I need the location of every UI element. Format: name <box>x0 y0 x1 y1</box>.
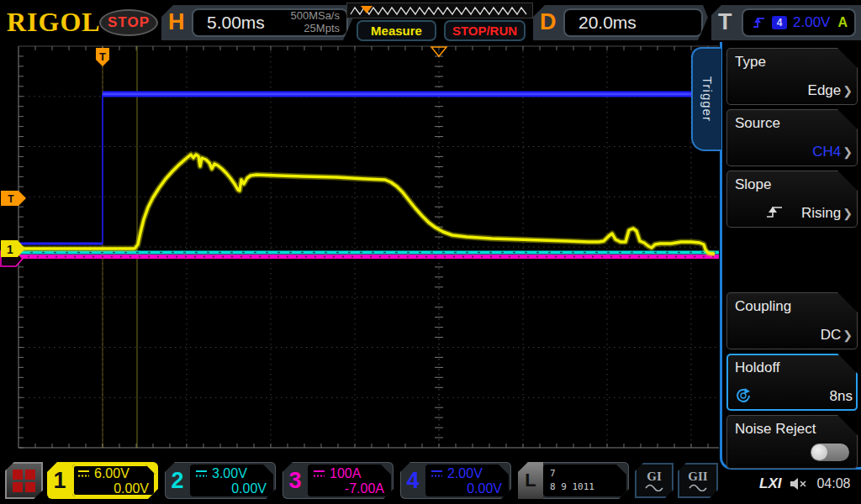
trigger-mode-auto: A <box>837 15 848 30</box>
dc-coupling-icon <box>195 470 208 478</box>
multifunction-knob-icon <box>735 387 753 404</box>
type-value: Edge <box>808 82 842 99</box>
channel1-offset: 0.00V <box>77 481 149 496</box>
trigger-menu: Type Edge❯ Source CH4❯ Slope Rising❯ Cou… <box>720 42 861 470</box>
menu-item-coupling[interactable]: Coupling DC❯ <box>726 292 858 349</box>
ch4-trace <box>18 94 717 244</box>
chevron-right-icon: ❯ <box>843 145 853 159</box>
menu-item-source[interactable]: Source CH4❯ <box>726 109 858 166</box>
generator1-label: GI <box>647 470 662 484</box>
noise-reject-label: Noise Reject <box>735 421 816 438</box>
sine-wave-icon <box>645 484 663 491</box>
channel3-scale: 100A <box>330 466 361 481</box>
zigzag-waveform-icon <box>347 3 532 18</box>
channel3-box[interactable]: 3 100A -7.00A <box>283 462 394 499</box>
generator1-button[interactable]: GI <box>635 463 673 498</box>
run-state-badge: STOP <box>99 9 158 36</box>
holdoff-value: 8ns <box>830 388 853 405</box>
oscilloscope-screen: RIGOL STOP H 5.00ms 500MSa/s 25Mpts Meas… <box>0 0 861 504</box>
trigger-level-value: 2.00V <box>793 14 830 31</box>
holdoff-label: Holdoff <box>735 360 780 376</box>
acquisition-info: 500MSa/s 25Mpts <box>290 10 346 35</box>
source-label: Source <box>735 115 780 132</box>
trigger-info-box[interactable]: 4 2.00V A <box>742 8 856 37</box>
channel3-offset: -7.00A <box>313 481 384 496</box>
channel1-box[interactable]: 1 6.00V 0.00V <box>47 462 158 499</box>
status-area: LXI 04:08 <box>759 475 851 492</box>
memory-depth: 25Mpts <box>304 22 340 34</box>
delay-panel: D 20.0ms <box>533 5 708 40</box>
delay-value: 20.0ms <box>565 13 637 33</box>
horizontal-label: H <box>168 9 185 35</box>
channel1-scale: 6.00V <box>94 466 129 481</box>
horizontal-scale-box[interactable]: 5.00ms 500MSa/s 25Mpts <box>192 8 348 37</box>
main-menu-button[interactable] <box>5 462 43 499</box>
svg-text:T: T <box>8 193 14 205</box>
trigger-position-flag[interactable]: T <box>96 48 109 66</box>
horizontal-panel: H 5.00ms 500MSa/s 25Mpts <box>161 5 353 40</box>
generator2-button[interactable]: GII <box>678 463 718 498</box>
menu-item-slope[interactable]: Slope Rising❯ <box>726 171 858 228</box>
delay-value-box[interactable]: 20.0ms <box>563 8 703 37</box>
chevron-right-icon: ❯ <box>843 207 853 220</box>
digital-channels-row2: 8 9 1011 12131415 <box>550 480 626 504</box>
chevron-right-icon: ❯ <box>843 84 853 97</box>
channel4-scale: 2.00V <box>447 466 483 481</box>
channel2-offset: 0.00V <box>195 481 267 496</box>
trigger-tab-label: Trigger <box>700 76 715 122</box>
dc-coupling-icon <box>430 470 443 478</box>
measure-button[interactable]: Measure <box>357 20 436 41</box>
menu-item-type[interactable]: Type Edge❯ <box>726 48 858 105</box>
logic-analyzer-box[interactable]: L 0 1 2 3 4 5 6 7 8 9 1011 12131415 <box>518 462 629 499</box>
coupling-value: DC <box>821 327 842 344</box>
channel4-box[interactable]: 4 2.00V 0.00V <box>400 462 511 499</box>
stop-run-button[interactable]: STOP/RUN <box>444 20 526 41</box>
clock: 04:08 <box>816 476 850 491</box>
trigger-info-panel: T 4 2.00V A <box>711 5 861 40</box>
memory-position-bar[interactable] <box>346 3 533 18</box>
rising-edge-icon <box>752 16 766 29</box>
sine-wave-icon <box>689 484 707 491</box>
coupling-label: Coupling <box>735 298 791 315</box>
type-label: Type <box>735 54 766 71</box>
dc-coupling-icon <box>313 470 325 478</box>
source-value: CH4 <box>812 144 841 160</box>
slope-label: Slope <box>735 176 771 193</box>
sample-rate: 500MSa/s <box>290 9 340 22</box>
generator2-label: GII <box>688 470 707 484</box>
svg-text:1: 1 <box>7 243 13 256</box>
slope-value: Rising <box>801 205 841 222</box>
chevron-right-icon: ❯ <box>843 328 853 342</box>
waveform-display: T T 1 <box>0 42 721 470</box>
channel2-scale: 3.00V <box>212 466 247 481</box>
trigger-level-marker[interactable]: T <box>1 191 26 206</box>
center-axis <box>435 46 443 448</box>
channel2-box[interactable]: 2 3.00V 0.00V <box>165 462 276 499</box>
noise-reject-toggle[interactable] <box>811 444 849 461</box>
trigger-source-badge: 4 <box>772 16 787 29</box>
menu-item-noise-reject[interactable]: Noise Reject <box>726 415 858 469</box>
svg-text:T: T <box>99 50 106 63</box>
ch1-trace <box>18 155 715 254</box>
timebase-value: 5.00ms <box>193 13 265 33</box>
trigger-menu-tab[interactable]: Trigger <box>691 47 721 151</box>
delay-label: D <box>540 9 557 35</box>
sound-muted-icon <box>790 477 808 491</box>
trigger-info-label: T <box>718 9 732 35</box>
channel4-offset: 0.00V <box>430 481 502 496</box>
rising-slope-icon <box>765 205 784 219</box>
lxi-logo: LXI <box>759 475 781 492</box>
graticule-and-traces: T T 1 <box>0 42 721 470</box>
rigol-logo: RIGOL <box>7 7 101 38</box>
menu-grid-icon <box>13 470 35 492</box>
menu-item-holdoff[interactable]: Holdoff 8ns <box>726 354 858 411</box>
dc-coupling-icon <box>77 470 90 478</box>
